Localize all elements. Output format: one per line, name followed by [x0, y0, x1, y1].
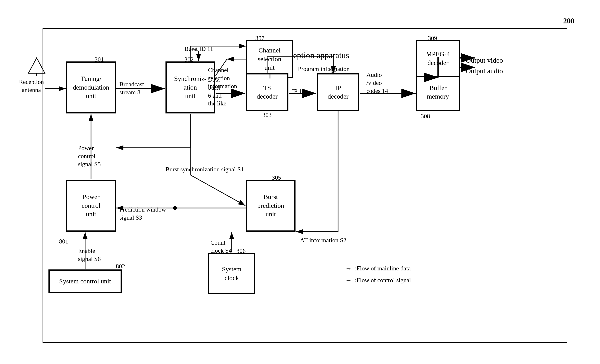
prediction-window-label: Prediction windowsignal S3 [119, 206, 166, 222]
count-clock-label: Countclock S4 [210, 239, 232, 255]
ref-302: 302 [184, 56, 194, 64]
sync-unit-block: Synchroniz-ationunit [166, 61, 215, 113]
burst-pred-block: Burstpredictionunit [246, 180, 296, 232]
output-audio-label: Output audio [466, 66, 503, 75]
system-clock-block: Systemclock [208, 253, 255, 294]
legend-control: → :Flow of control signal [345, 274, 411, 286]
program-info-label: Program information [298, 65, 350, 73]
output-video-label: Output video [466, 56, 503, 65]
ip-decoder-block: IPdecoder [317, 73, 359, 111]
data-burst-label: Databurst6 andthe like [208, 76, 226, 108]
ref-301: 301 [94, 56, 104, 64]
buffer-memory-block: Buffermemory [416, 73, 460, 111]
ref-305: 305 [272, 174, 281, 182]
audio-video-label: Audio/videocodes 14 [366, 71, 388, 95]
mpeg4-decoder-block: MPEG-4decoder [416, 40, 460, 77]
ref-303: 303 [262, 111, 272, 119]
svg-marker-0 [28, 58, 45, 73]
ref-200: 200 [563, 17, 574, 25]
ts-decoder-block: TSdecoder [246, 73, 288, 111]
ref-307: 307 [255, 34, 264, 42]
burst-sync-label: Burst synchronization signal S1 [166, 166, 244, 174]
outer-box: Mobile reception apparatus [43, 28, 567, 343]
legend: → :Flow of mainline data → :Flow of cont… [345, 262, 411, 286]
sys-ctrl-block: System control unit [48, 270, 122, 293]
burst-id-label: Burst ID 11 [184, 45, 213, 53]
tuning-demodulation-block: Tuning/demodulationunit [66, 61, 116, 113]
broadcast-stream-label: Broadcaststream 8 [119, 80, 144, 96]
ref-308: 308 [421, 112, 430, 120]
enable-signal-label: Enablesignal S6 [78, 247, 101, 263]
diagram-container: 200 Mobile reception apparatus Reception… [14, 9, 586, 355]
power-ctrl-signal-label: Powercontrolsignal S5 [78, 144, 101, 168]
legend-mainline: → :Flow of mainline data [345, 262, 411, 274]
power-ctrl-block: Powercontrolunit [66, 180, 116, 232]
ref-802: 802 [116, 262, 125, 271]
antenna-icon [27, 57, 46, 76]
ref-306: 306 [236, 247, 246, 255]
delta-t-label: ΔT information S2 [300, 236, 346, 244]
ref-801: 801 [59, 238, 68, 246]
reception-antenna-label: Receptionantenna [19, 78, 44, 94]
channel-sel-block: Channelselectionunit [246, 40, 293, 78]
ip13-label: IP 13 [292, 87, 305, 95]
ref-309: 309 [428, 34, 437, 42]
